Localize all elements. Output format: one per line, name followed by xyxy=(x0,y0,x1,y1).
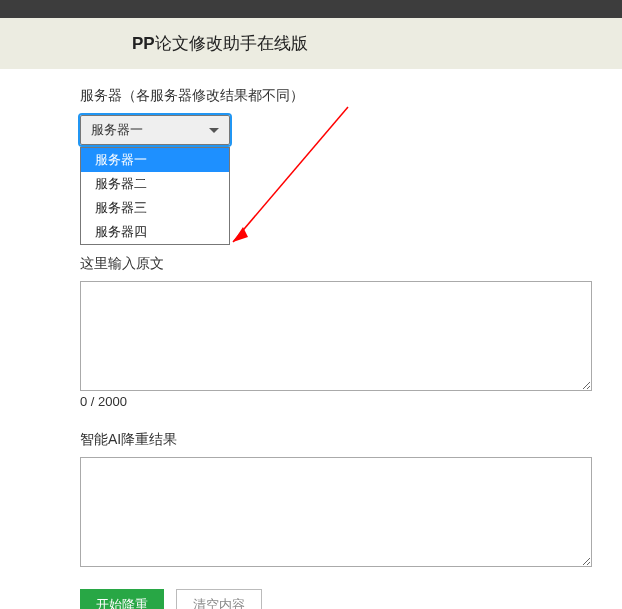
result-label: 智能AI降重结果 xyxy=(80,431,595,449)
source-textarea[interactable] xyxy=(80,281,592,391)
main-content: 服务器（各服务器修改结果都不同） 服务器一 服务器一 服务器二 服务器三 服务器… xyxy=(0,69,622,609)
server-select-wrap: 服务器一 服务器一 服务器二 服务器三 服务器四 xyxy=(80,115,230,145)
annotation-arrow-icon xyxy=(218,97,358,257)
server-select[interactable]: 服务器一 xyxy=(80,115,230,145)
start-button[interactable]: 开始降重 xyxy=(80,589,164,609)
svg-marker-1 xyxy=(233,227,248,242)
source-label: 这里输入原文 xyxy=(80,255,595,273)
button-row: 开始降重 清空内容 xyxy=(80,589,595,609)
char-counter: 0 / 2000 xyxy=(80,394,595,409)
server-select-value: 服务器一 xyxy=(91,121,143,139)
title-bold: PP xyxy=(132,34,155,53)
server-label: 服务器（各服务器修改结果都不同） xyxy=(80,87,595,105)
server-option-1[interactable]: 服务器一 xyxy=(81,148,229,172)
svg-line-0 xyxy=(233,107,348,242)
server-option-2[interactable]: 服务器二 xyxy=(81,172,229,196)
page-title: PP论文修改助手在线版 xyxy=(132,32,622,55)
result-textarea[interactable] xyxy=(80,457,592,567)
server-dropdown: 服务器一 服务器二 服务器三 服务器四 xyxy=(80,147,230,245)
title-bar: PP论文修改助手在线版 xyxy=(0,18,622,69)
chevron-down-icon xyxy=(209,128,219,133)
server-option-4[interactable]: 服务器四 xyxy=(81,220,229,244)
clear-button[interactable]: 清空内容 xyxy=(176,589,262,609)
server-option-3[interactable]: 服务器三 xyxy=(81,196,229,220)
title-rest: 论文修改助手在线版 xyxy=(155,34,308,53)
window-top-bar xyxy=(0,0,622,18)
